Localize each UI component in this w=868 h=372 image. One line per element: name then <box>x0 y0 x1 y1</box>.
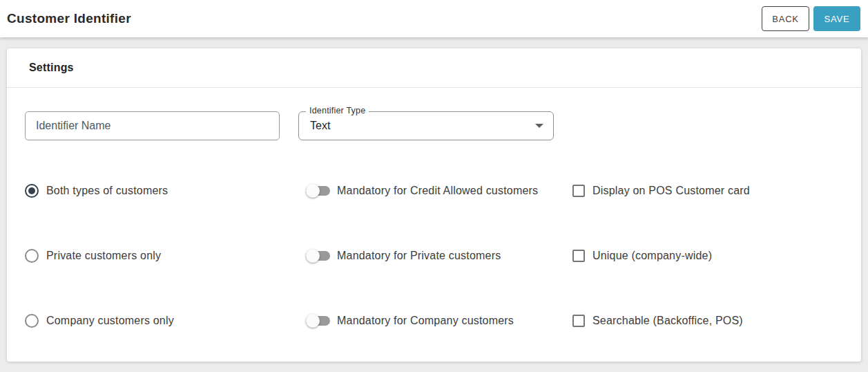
checkbox-icon[interactable] <box>572 315 585 327</box>
fields-row: Identifier Type Text <box>25 111 843 140</box>
radio-option-company-only[interactable]: Company customers only <box>25 314 306 328</box>
radio-option-both-types[interactable]: Both types of customers <box>25 184 306 198</box>
toggle-switch-icon[interactable] <box>306 184 330 198</box>
dropdown-caret-icon <box>535 124 543 128</box>
options-grid: Both types of customers Mandatory for Cr… <box>25 177 843 335</box>
toggle-label: Mandatory for Credit Allowed customers <box>337 185 538 197</box>
identifier-name-input[interactable] <box>25 111 280 140</box>
toggle-label: Mandatory for Company customers <box>337 315 514 327</box>
back-button[interactable]: BACK <box>762 6 809 31</box>
options-row: Company customers only Mandatory for Com… <box>25 307 843 335</box>
checkbox-icon[interactable] <box>572 185 585 197</box>
options-row: Both types of customers Mandatory for Cr… <box>25 177 843 205</box>
radio-label: Company customers only <box>46 315 174 327</box>
toggle-mandatory-credit-allowed[interactable]: Mandatory for Credit Allowed customers <box>306 184 572 198</box>
toggle-switch-icon[interactable] <box>306 249 330 263</box>
checkbox-unique-company-wide[interactable]: Unique (company-wide) <box>572 250 712 262</box>
save-button[interactable]: SAVE <box>813 6 860 31</box>
checkbox-label: Unique (company-wide) <box>592 250 712 262</box>
toggle-switch-icon[interactable] <box>306 314 330 328</box>
identifier-type-value: Text <box>310 120 330 132</box>
page-title: Customer Identifier <box>7 11 131 26</box>
radio-option-private-only[interactable]: Private customers only <box>25 249 306 263</box>
card-body: Identifier Type Text Both types of custo… <box>7 88 861 335</box>
radio-label: Private customers only <box>46 250 161 262</box>
toggle-thumb <box>306 314 320 328</box>
settings-card: Settings Identifier Type Text Both types… <box>7 48 861 362</box>
card-title: Settings <box>7 48 861 88</box>
toggle-mandatory-company[interactable]: Mandatory for Company customers <box>306 314 572 328</box>
checkbox-searchable[interactable]: Searchable (Backoffice, POS) <box>572 315 743 327</box>
identifier-type-label: Identifier Type <box>306 106 369 115</box>
toggle-thumb <box>306 184 320 198</box>
radio-icon[interactable] <box>25 314 39 328</box>
checkbox-display-on-pos[interactable]: Display on POS Customer card <box>572 185 750 197</box>
top-bar: Customer Identifier BACK SAVE <box>0 0 868 37</box>
radio-icon[interactable] <box>25 249 39 263</box>
checkbox-label: Display on POS Customer card <box>592 185 750 197</box>
radio-icon[interactable] <box>25 184 39 198</box>
radio-label: Both types of customers <box>46 185 168 197</box>
toggle-mandatory-private[interactable]: Mandatory for Private customers <box>306 249 572 263</box>
toggle-thumb <box>306 249 320 263</box>
checkbox-label: Searchable (Backoffice, POS) <box>592 315 743 327</box>
identifier-type-select[interactable]: Identifier Type Text <box>298 111 554 140</box>
options-row: Private customers only Mandatory for Pri… <box>25 242 843 270</box>
checkbox-icon[interactable] <box>572 250 585 262</box>
toggle-label: Mandatory for Private customers <box>337 250 501 262</box>
